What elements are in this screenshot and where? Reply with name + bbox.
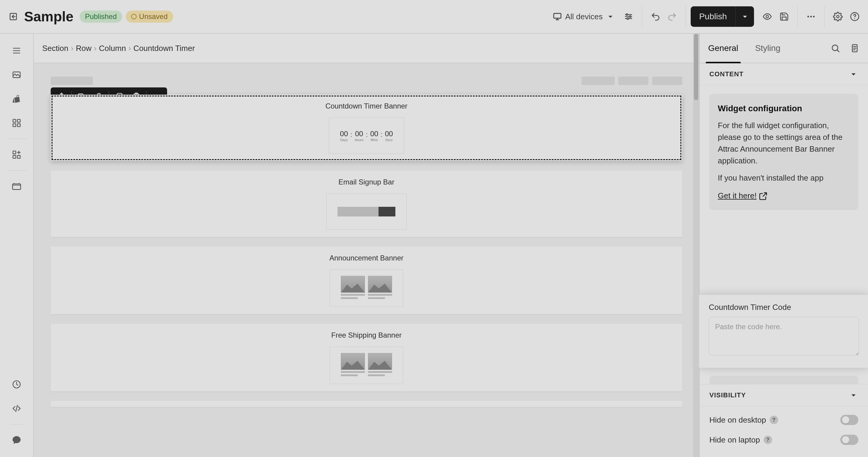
svg-rect-12 [13,119,16,122]
svg-point-4 [627,18,628,19]
chevron-down-icon [849,390,858,400]
preview-eye-icon[interactable] [759,8,776,25]
live-page-note: This feature only works on the live page… [709,376,858,384]
countdown-display: 00Days : 00Hours : 00Mins : 00Secs [329,118,404,154]
right-panel: General Styling CONTENT Widget configura… [699,34,868,457]
widget-config-text2: If you haven't installed the app [718,172,850,184]
panel-notes-icon[interactable] [846,40,863,57]
back-exit-icon[interactable] [5,8,22,25]
hide-desktop-toggle[interactable] [840,415,858,425]
sidebar-video-icon[interactable] [6,175,27,197]
canvas-column: Section › Row › Column › Countdown Timer [34,34,699,457]
help-icon[interactable]: ? [764,435,772,444]
svg-point-6 [807,16,809,17]
countdown-mins-value: 00 [370,130,378,138]
panel-search-icon[interactable] [827,40,844,57]
svg-rect-14 [13,124,16,127]
widget-config-heading: Widget configuration [718,102,850,115]
left-sidebar [0,34,34,457]
sidebar-chat-icon[interactable] [6,429,27,451]
breadcrumb: Section › Row › Column › Countdown Timer [34,34,699,63]
visibility-section-head[interactable]: VISIBILITY [700,384,868,406]
settings-sliders-icon[interactable] [620,8,637,25]
tab-general[interactable]: General [700,34,747,63]
publish-label: Publish [691,12,735,22]
chevron-down-icon [606,12,615,22]
save-icon[interactable] [776,8,793,25]
widget-title: Countdown Timer Banner [326,102,407,110]
free-shipping-banner-widget[interactable]: Free Shipping Banner [51,324,682,391]
desktop-icon [553,12,562,22]
canvas[interactable]: Countdown Timer Banner 00Days : 00Hours … [34,63,699,457]
sidebar-code-icon[interactable] [6,398,27,419]
breadcrumb-item[interactable]: Countdown Timer [133,44,195,53]
unsaved-label: Unsaved [139,12,168,21]
undo-button[interactable] [647,8,664,25]
sidebar-history-icon[interactable] [6,373,27,395]
hide-laptop-row: Hide on laptop ? [709,430,858,450]
chevron-right-icon: › [71,44,73,53]
get-it-here-link[interactable]: Get it here! [718,190,768,202]
gear-icon[interactable] [829,8,846,25]
widget-title: Free Shipping Banner [331,331,401,339]
more-menu-icon[interactable] [803,8,819,25]
svg-rect-13 [18,119,20,122]
widget-placeholder[interactable] [51,401,682,407]
panel-tabs: General Styling [700,34,868,63]
redo-button[interactable] [664,8,681,25]
visibility-section-label: VISIBILITY [709,391,746,399]
svg-point-2 [626,14,628,15]
sidebar-shop-icon[interactable] [6,88,27,110]
hide-laptop-label: Hide on laptop [709,435,760,445]
countdown-mins-label: Mins [370,138,378,142]
sidebar-image-icon[interactable] [6,64,27,86]
canvas-scrollbar[interactable] [693,34,699,457]
svg-rect-18 [18,156,20,158]
sidebar-apps-icon[interactable] [6,112,27,134]
device-selector[interactable]: All devices [548,9,620,25]
svg-rect-15 [18,124,20,127]
get-it-here-label: Get it here! [718,190,757,202]
widget-config-text1: For the full widget configuration, pleas… [718,120,850,167]
page-title: Sample [24,8,73,25]
breadcrumb-item[interactable]: Row [76,44,91,53]
publish-button[interactable]: Publish [691,6,754,27]
svg-rect-17 [13,156,16,158]
svg-rect-1 [554,13,561,18]
external-link-icon [758,191,768,201]
countdown-code-input[interactable] [709,317,859,355]
svg-point-3 [629,16,631,17]
help-icon[interactable] [846,8,863,25]
content-section-label: CONTENT [709,70,743,78]
svg-rect-16 [13,151,16,154]
publish-dropdown-toggle[interactable] [735,6,754,27]
hide-desktop-label: Hide on desktop [709,415,766,425]
status-badge-unsaved: Unsaved [126,10,173,23]
help-icon[interactable]: ? [770,416,778,424]
countdown-secs-value: 00 [385,130,393,138]
chevron-down-icon [740,12,750,22]
countdown-days-label: Days [340,138,348,142]
widget-config-card: Widget configuration For the full widget… [709,94,858,210]
sidebar-add-icon[interactable] [6,144,27,165]
countdown-days-value: 00 [340,130,348,138]
breadcrumb-item[interactable]: Column [99,44,126,53]
top-bar: Sample Published Unsaved All devices Pub… [0,0,868,34]
chevron-right-icon: › [94,44,96,53]
sidebar-layers-icon[interactable] [6,40,27,62]
countdown-code-label: Countdown Timer Code [709,303,859,312]
hide-desktop-row: Hide on desktop ? [709,410,858,430]
announcement-banner-widget[interactable]: Announcement Banner [51,247,682,314]
svg-point-24 [832,45,838,51]
hide-laptop-toggle[interactable] [840,435,858,445]
tab-styling[interactable]: Styling [747,34,789,63]
breadcrumb-item[interactable]: Section [42,44,68,53]
email-signup-widget[interactable]: Email Signup Bar [51,171,682,237]
device-label: All devices [565,12,602,22]
status-badge-published: Published [80,10,122,23]
content-section-head[interactable]: CONTENT [700,63,868,85]
countdown-timer-widget[interactable]: Countdown Timer Banner 00Days : 00Hours … [51,95,682,161]
svg-point-5 [766,15,769,18]
countdown-secs-label: Secs [385,138,393,142]
widget-title: Announcement Banner [329,254,404,262]
